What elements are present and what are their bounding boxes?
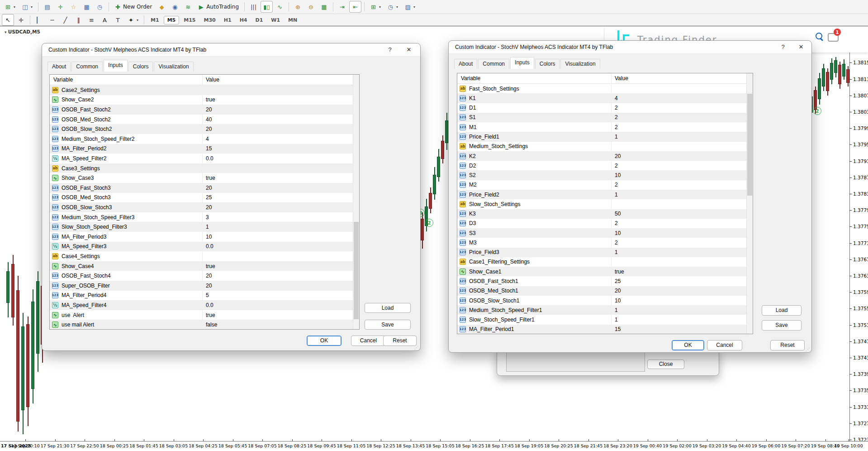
table-row[interactable]: 123K220 (457, 151, 746, 161)
table-row[interactable]: ∿Show_Case2true (50, 95, 353, 105)
table-row[interactable]: 123K350 (457, 209, 746, 219)
variable-value[interactable]: 2 (615, 105, 618, 111)
cancel-button[interactable]: Cancel (707, 340, 742, 350)
save-button[interactable]: Save (762, 320, 802, 331)
variable-value[interactable]: 2 (615, 240, 618, 246)
timeframe-button-w1[interactable]: W1 (267, 16, 284, 24)
table-row[interactable]: ∿Show_Case3true (50, 173, 353, 183)
table-row[interactable]: 123D12 (457, 103, 746, 113)
text-button[interactable]: A (99, 14, 111, 26)
vertical-line-button[interactable]: ▏ (33, 14, 45, 26)
terminal-toggle[interactable]: ▦ (81, 1, 93, 13)
table-row[interactable]: 123D32 (457, 219, 746, 228)
variable-value[interactable]: 20 (206, 204, 212, 211)
table-row[interactable]: 123OSOB_Fast_Stoch220 (50, 105, 353, 115)
table-row[interactable]: 123OSOB_Fast_Stoch420 (50, 271, 353, 281)
tile-windows-button[interactable]: ▦ (318, 1, 330, 13)
scrollbar-thumb[interactable] (747, 94, 752, 196)
resize-grip[interactable] (414, 345, 419, 350)
table-row[interactable]: 123Price_Field31 (457, 248, 746, 257)
variable-value[interactable]: true (206, 312, 215, 318)
variable-value[interactable]: 10 (615, 297, 621, 304)
variable-value[interactable]: 4 (615, 95, 618, 101)
reset-button[interactable]: Reset (383, 336, 417, 346)
variable-value[interactable]: 1 (615, 307, 618, 313)
table-row[interactable]: 123S12 (457, 113, 746, 122)
tab-visualization[interactable]: Visualization (560, 59, 600, 69)
table-row[interactable]: 123MA_Filter_Period310 (50, 232, 353, 242)
table-row[interactable]: 123K14 (457, 93, 746, 103)
templates-button[interactable]: ▨▾ (402, 1, 418, 13)
variable-value[interactable]: 5 (206, 292, 209, 298)
variable-value[interactable]: 20 (615, 288, 621, 294)
table-row[interactable]: ∿use mail Alertfalse (50, 320, 353, 329)
variable-value[interactable]: 2 (615, 220, 618, 226)
variable-value[interactable]: 2 (615, 182, 618, 188)
table-row[interactable]: 123Slow_Stoch_Speed_Filter31 (50, 222, 353, 232)
table-row[interactable]: 123OSOB_Fast_Stoch320 (50, 183, 353, 193)
table-row[interactable]: 123M22 (457, 180, 746, 190)
table-row[interactable]: 123M12 (457, 122, 746, 132)
market-watch-toggle[interactable]: ▤ (41, 1, 53, 13)
tab-common[interactable]: Common (478, 59, 509, 69)
channel-button[interactable]: ∥ (72, 14, 85, 26)
table-row[interactable]: 123Slow_Stoch_Speed_Filter11 (457, 315, 746, 324)
new-order-button[interactable]: ✚New Order (112, 1, 155, 13)
table-scrollbar[interactable] (353, 75, 359, 329)
label-button[interactable]: T (112, 14, 124, 26)
timeframe-button-m15[interactable]: M15 (180, 16, 199, 24)
variable-value[interactable]: 1 (615, 134, 618, 140)
autotrading-button[interactable]: ▶AutoTrading (195, 1, 242, 13)
crosshair-button[interactable]: ✛ (15, 14, 27, 26)
close-icon[interactable]: ✕ (403, 45, 415, 54)
variable-value[interactable]: true (615, 269, 624, 275)
horizontal-line-button[interactable]: ─ (46, 14, 58, 26)
variable-value[interactable]: 20 (206, 106, 212, 113)
table-row[interactable]: 123OSOB_Med_Stoch325 (50, 193, 353, 203)
table-row[interactable]: abSlow_Stoch_Settings (457, 199, 746, 209)
variable-value[interactable]: 20 (206, 185, 212, 191)
close-button[interactable]: Close (647, 360, 684, 369)
close-icon[interactable]: ✕ (795, 43, 807, 52)
table-scrollbar[interactable] (746, 73, 753, 334)
variable-value[interactable]: 20 (615, 153, 621, 159)
table-row[interactable]: 123MA_Filter_Period215 (50, 144, 353, 154)
table-row[interactable]: ∿use Alerttrue (50, 310, 353, 320)
periods-button[interactable]: ◷▾ (384, 1, 401, 13)
variable-value[interactable]: 0.0 (206, 243, 213, 249)
inputs-table[interactable]: VariableValueabCase2_Settings∿Show_Case2… (49, 74, 360, 330)
timeframe-button-m30[interactable]: M30 (200, 16, 219, 24)
variable-value[interactable]: 15 (206, 145, 212, 152)
indicators-button[interactable]: ⊞▾ (367, 1, 384, 13)
table-row[interactable]: 123OSOB_Fast_Stoch125 (457, 276, 746, 286)
table-row[interactable]: 123MA_Filter_Period45 (50, 291, 353, 301)
table-row[interactable]: 123D22 (457, 161, 746, 170)
variable-value[interactable]: 4 (206, 136, 209, 142)
timeframe-button-mn[interactable]: MN (285, 16, 301, 24)
variable-value[interactable]: 0.0 (206, 302, 213, 308)
profiles-button[interactable]: ◫▾ (19, 1, 35, 13)
variable-value[interactable]: 1 (206, 224, 209, 230)
variable-value[interactable]: 20 (206, 126, 212, 132)
cancel-button[interactable]: Cancel (351, 336, 386, 346)
cursor-button[interactable]: ↖ (2, 14, 14, 26)
tab-colors[interactable]: Colors (535, 59, 560, 69)
timeframe-button-h1[interactable]: H1 (220, 16, 235, 24)
variable-value[interactable]: 3 (206, 214, 209, 221)
chart-shift-toggle[interactable]: ⇤ (349, 1, 361, 13)
new-chart-button[interactable]: ⊞▾ (2, 1, 18, 13)
timeframe-button-m1[interactable]: M1 (147, 16, 163, 24)
variable-value[interactable]: 20 (206, 283, 212, 289)
table-row[interactable]: 123Price_Field11 (457, 132, 746, 141)
bar-chart-button[interactable]: ||| (247, 1, 260, 13)
variable-value[interactable]: 0.0 (206, 155, 213, 162)
variable-value[interactable]: true (206, 263, 215, 269)
variable-value[interactable]: 10 (206, 234, 212, 240)
community-button[interactable]: ◉ (169, 1, 181, 13)
variable-value[interactable]: 25 (206, 194, 212, 201)
timeframe-button-h4[interactable]: H4 (236, 16, 251, 24)
timeframe-button-m5[interactable]: M5 (164, 16, 180, 24)
ok-button[interactable]: OK (307, 336, 342, 346)
table-row[interactable]: 123M32 (457, 238, 746, 247)
strategy-tester-toggle[interactable]: ◷ (94, 1, 106, 13)
